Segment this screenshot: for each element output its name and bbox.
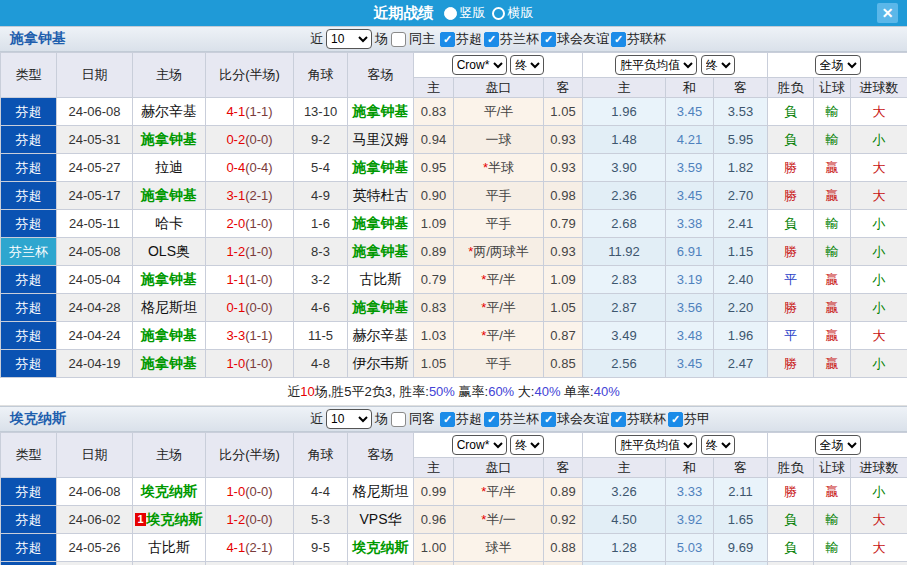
odds-stage-select[interactable]: 终 xyxy=(510,55,544,75)
same-home-label: 同主 xyxy=(409,30,435,48)
league-filter-item[interactable]: ✓芬兰杯 xyxy=(484,30,539,48)
score-cell: 3-3(1-1) xyxy=(206,322,294,350)
avg-away-cell: 1.15 xyxy=(714,238,768,266)
recent-count-select[interactable]: 10 xyxy=(326,29,372,49)
avg-away-cell: 2.20 xyxy=(714,294,768,322)
avg-type-select[interactable]: 胜平负均值 xyxy=(615,435,697,455)
full-score: 3-3 xyxy=(226,328,245,343)
checkbox-checked-icon[interactable]: ✓ xyxy=(440,412,455,427)
checkbox-checked-icon[interactable]: ✓ xyxy=(484,412,499,427)
league-filter-item[interactable]: ✓球会友谊 xyxy=(541,410,609,428)
avg-draw-cell: 6.91 xyxy=(666,238,714,266)
vertical-layout-label[interactable]: 竖版 xyxy=(460,4,486,22)
checkbox-checked-icon[interactable]: ✓ xyxy=(541,412,556,427)
league-filter-item[interactable]: ✓芬超 xyxy=(440,410,482,428)
corner-cell: 8-3 xyxy=(294,238,348,266)
result-cell: 平 xyxy=(768,266,814,294)
odds-away-cell: 0.93 xyxy=(544,154,583,182)
recent-count-select[interactable]: 10 xyxy=(326,409,372,429)
league-filter-item[interactable]: ✓球会友谊 xyxy=(541,30,609,48)
league-filter-label: 芬甲 xyxy=(684,410,710,428)
same-away-checkbox[interactable] xyxy=(391,412,406,427)
goals-result-cell: 大 xyxy=(851,182,907,210)
date-cell: 24-05-26 xyxy=(57,534,133,562)
result-cell: 勝 xyxy=(768,238,814,266)
avg-away-cell: 1.82 xyxy=(714,154,768,182)
avg-home-cell: 3.90 xyxy=(583,154,666,182)
horizontal-layout-radio[interactable] xyxy=(492,7,505,20)
avg-stage-select[interactable]: 终 xyxy=(701,435,735,455)
league-filter-label: 芬兰杯 xyxy=(500,30,539,48)
col-result: 胜负 xyxy=(768,78,814,98)
checkbox-checked-icon[interactable]: ✓ xyxy=(484,32,499,47)
full-score: 0-2 xyxy=(226,132,245,147)
scope-select[interactable]: 全场 xyxy=(815,435,861,455)
sub-avg-away: 客 xyxy=(714,458,768,478)
full-score: 1-2 xyxy=(226,244,245,259)
vertical-layout-radio[interactable] xyxy=(444,7,457,20)
full-score: 0-1 xyxy=(226,300,245,315)
corner-cell: 11-5 xyxy=(294,322,348,350)
avg-group-header: 胜平负均值 终 xyxy=(583,53,768,78)
odds-home-cell: 0.96 xyxy=(414,506,454,534)
odds-company-select[interactable]: Crow* xyxy=(452,435,507,455)
avg-draw-cell: 3.45 xyxy=(666,98,714,126)
league-filter-item[interactable]: ✓芬联杯 xyxy=(611,30,666,48)
corner-cell: 9-2 xyxy=(294,126,348,154)
checkbox-checked-icon[interactable]: ✓ xyxy=(541,32,556,47)
away-team-cell: 施拿钟基 xyxy=(348,294,414,322)
checkbox-checked-icon[interactable]: ✓ xyxy=(611,32,626,47)
league-cell: 芬超 xyxy=(1,506,57,534)
sub-avg-home: 主 xyxy=(583,458,666,478)
handicap-cell: *平/半 xyxy=(454,294,544,322)
league-cell: 芬超 xyxy=(1,534,57,562)
goals-result-cell: 小 xyxy=(851,294,907,322)
match-row: 芬超24-05-191埃克纳斯1-1(1-0)6-3拉迪0.88*平/半1.00… xyxy=(1,562,907,565)
handicap-star: * xyxy=(468,244,473,259)
col-score: 比分(半场) xyxy=(206,53,294,98)
odds-away-cell: 1.05 xyxy=(544,294,583,322)
sub-avg-away: 客 xyxy=(714,78,768,98)
score-cell: 4-1(1-1) xyxy=(206,98,294,126)
checkbox-checked-icon[interactable]: ✓ xyxy=(668,412,683,427)
goals-result-cell: 小 xyxy=(851,210,907,238)
match-row: 芬超24-06-021埃克纳斯1-2(0-0)5-3VPS华0.96*半/一0.… xyxy=(1,506,907,534)
odds-group-header: Crow* 终 xyxy=(414,433,583,458)
handicap-star: * xyxy=(481,272,486,287)
same-home-checkbox[interactable] xyxy=(391,32,406,47)
half-score: (1-0) xyxy=(245,216,272,231)
avg-draw-cell: 3.21 xyxy=(666,562,714,565)
sub-handicap: 盘口 xyxy=(454,458,544,478)
avg-stage-select[interactable]: 终 xyxy=(701,55,735,75)
close-button[interactable]: ✕ xyxy=(877,3,898,23)
handicap-result-cell: 輸 xyxy=(814,506,851,534)
horizontal-layout-label[interactable]: 横版 xyxy=(508,4,534,22)
avg-home-cell: 2.56 xyxy=(583,350,666,378)
league-filter-item[interactable]: ✓芬兰杯 xyxy=(484,410,539,428)
odds-away-cell: 0.89 xyxy=(544,478,583,506)
half-score: (1-0) xyxy=(245,244,272,259)
avg-away-cell: 2.70 xyxy=(714,182,768,210)
odds-stage-select[interactable]: 终 xyxy=(510,435,544,455)
score-cell: 1-2(0-0) xyxy=(206,506,294,534)
match-row: 芬超24-05-04施拿钟基1-1(1-0)3-2古比斯0.79*平/半1.09… xyxy=(1,266,907,294)
league-filter-item[interactable]: ✓芬甲 xyxy=(668,410,710,428)
odds-company-select[interactable]: Crow* xyxy=(452,55,507,75)
home-team-cell: 古比斯 xyxy=(133,534,206,562)
avg-type-select[interactable]: 胜平负均值 xyxy=(615,55,697,75)
col-handicap-result: 让球 xyxy=(814,78,851,98)
date-cell: 24-04-24 xyxy=(57,322,133,350)
avg-draw-cell: 3.45 xyxy=(666,182,714,210)
scope-select[interactable]: 全场 xyxy=(815,55,861,75)
handicap-result-cell: 贏 xyxy=(814,154,851,182)
score-cell: 0-2(0-0) xyxy=(206,126,294,154)
league-filter-item[interactable]: ✓芬超 xyxy=(440,30,482,48)
half-score: (0-0) xyxy=(245,484,272,499)
half-score: (1-1) xyxy=(245,328,272,343)
date-cell: 24-04-19 xyxy=(57,350,133,378)
goals-result-cell: 小 xyxy=(851,266,907,294)
checkbox-checked-icon[interactable]: ✓ xyxy=(440,32,455,47)
checkbox-checked-icon[interactable]: ✓ xyxy=(611,412,626,427)
handicap-result-cell: 輸 xyxy=(814,210,851,238)
league-filter-item[interactable]: ✓芬联杯 xyxy=(611,410,666,428)
